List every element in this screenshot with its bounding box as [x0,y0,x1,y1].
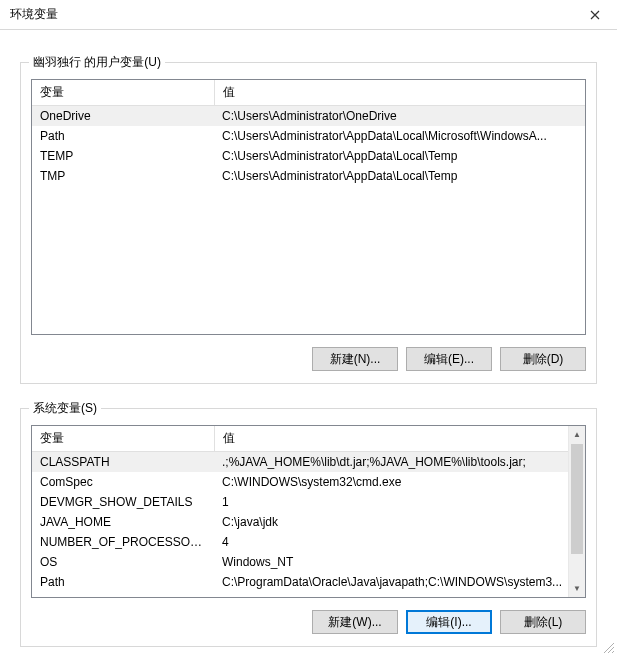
sys-col-name-header[interactable]: 变量 [32,426,214,452]
close-button[interactable] [572,0,617,29]
var-name-cell: ComSpec [32,472,214,492]
var-value-cell: 4 [214,532,585,552]
table-row[interactable]: PathC:\Users\Administrator\AppData\Local… [32,126,585,146]
system-variables-group: 系统变量(S) 变量 值 CLASSPATH.;%JAVA_HOME%\lib\… [20,408,597,647]
scroll-down-icon[interactable]: ▼ [569,580,585,597]
scroll-thumb[interactable] [571,444,583,554]
sys-col-value-header[interactable]: 值 [214,426,585,452]
dialog-title: 环境变量 [10,6,58,23]
var-name-cell: CLASSPATH [32,452,214,473]
table-row[interactable]: PathC:\ProgramData\Oracle\Java\javapath;… [32,572,585,592]
var-name-cell: TMP [32,166,214,186]
var-name-cell: OneDrive [32,106,214,127]
sys-group-label: 系统变量(S) [29,400,101,417]
user-variables-table[interactable]: 变量 值 OneDriveC:\Users\Administrator\OneD… [31,79,586,335]
var-value-cell: C:\Users\Administrator\AppData\Local\Tem… [214,146,585,166]
var-value-cell: Windows_NT [214,552,585,572]
user-group-label: 幽羽独行 的用户变量(U) [29,54,165,71]
var-value-cell: C:\ProgramData\Oracle\Java\javapath;C:\W… [214,572,585,592]
sys-button-row: 新建(W)... 编辑(I)... 删除(L) [31,610,586,634]
user-edit-button[interactable]: 编辑(E)... [406,347,492,371]
var-name-cell: JAVA_HOME [32,512,214,532]
resize-grip-icon[interactable] [601,640,615,654]
var-name-cell: OS [32,552,214,572]
var-name-cell: DEVMGR_SHOW_DETAILS [32,492,214,512]
var-name-cell: TEMP [32,146,214,166]
table-row[interactable]: TMPC:\Users\Administrator\AppData\Local\… [32,166,585,186]
table-row[interactable]: JAVA_HOMEC:\java\jdk [32,512,585,532]
user-new-button[interactable]: 新建(N)... [312,347,398,371]
var-name-cell: Path [32,126,214,146]
scroll-up-icon[interactable]: ▲ [569,426,585,443]
user-col-value-header[interactable]: 值 [214,80,585,106]
user-col-name-header[interactable]: 变量 [32,80,214,106]
close-icon [590,10,600,20]
table-row[interactable]: OSWindows_NT [32,552,585,572]
table-row[interactable]: OneDriveC:\Users\Administrator\OneDrive [32,106,585,127]
user-button-row: 新建(N)... 编辑(E)... 删除(D) [31,347,586,371]
table-row[interactable]: TEMPC:\Users\Administrator\AppData\Local… [32,146,585,166]
var-name-cell: NUMBER_OF_PROCESSORS [32,532,214,552]
var-value-cell: C:\WINDOWS\system32\cmd.exe [214,472,585,492]
table-row[interactable]: DEVMGR_SHOW_DETAILS1 [32,492,585,512]
table-row[interactable]: CLASSPATH.;%JAVA_HOME%\lib\dt.jar;%JAVA_… [32,452,585,473]
titlebar: 环境变量 [0,0,617,30]
sys-new-button[interactable]: 新建(W)... [312,610,398,634]
user-variables-group: 幽羽独行 的用户变量(U) 变量 值 OneDriveC:\Users\Admi… [20,62,597,384]
dialog-body: 幽羽独行 的用户变量(U) 变量 值 OneDriveC:\Users\Admi… [0,30,617,656]
var-value-cell: C:\java\jdk [214,512,585,532]
table-row[interactable]: NUMBER_OF_PROCESSORS4 [32,532,585,552]
var-value-cell: C:\Users\Administrator\AppData\Local\Mic… [214,126,585,146]
user-delete-button[interactable]: 删除(D) [500,347,586,371]
vertical-scrollbar[interactable]: ▲ ▼ [568,426,585,597]
var-value-cell: .;%JAVA_HOME%\lib\dt.jar;%JAVA_HOME%\lib… [214,452,585,473]
sys-edit-button[interactable]: 编辑(I)... [406,610,492,634]
var-value-cell: C:\Users\Administrator\AppData\Local\Tem… [214,166,585,186]
table-row[interactable]: ComSpecC:\WINDOWS\system32\cmd.exe [32,472,585,492]
var-name-cell: Path [32,572,214,592]
var-value-cell: C:\Users\Administrator\OneDrive [214,106,585,127]
var-value-cell: 1 [214,492,585,512]
sys-delete-button[interactable]: 删除(L) [500,610,586,634]
system-variables-table[interactable]: 变量 值 CLASSPATH.;%JAVA_HOME%\lib\dt.jar;%… [31,425,586,598]
